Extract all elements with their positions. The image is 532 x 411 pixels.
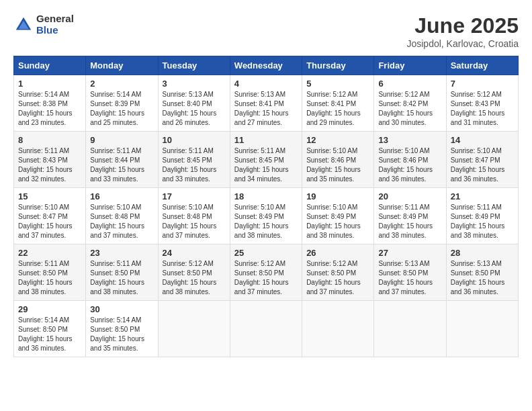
day-info: Sunrise: 5:14 AM Sunset: 8:39 PM Dayligh… [90,90,153,128]
day-number: 25 [234,248,298,258]
logo-icon [13,15,34,35]
calendar-cell: 30Sunrise: 5:14 AM Sunset: 8:50 PM Dayli… [86,301,158,357]
calendar-cell: 23Sunrise: 5:11 AM Sunset: 8:50 PM Dayli… [86,244,158,301]
day-info: Sunrise: 5:10 AM Sunset: 8:47 PM Dayligh… [451,146,514,184]
day-number: 14 [451,135,514,145]
calendar-title: June 2025 [406,13,519,38]
day-info: Sunrise: 5:12 AM Sunset: 8:50 PM Dayligh… [163,259,226,297]
calendar-cell: 3Sunrise: 5:13 AM Sunset: 8:40 PM Daylig… [158,75,230,132]
calendar-cell [446,301,518,357]
calendar-cell: 2Sunrise: 5:14 AM Sunset: 8:39 PM Daylig… [86,75,158,132]
header-row: Sunday Monday Tuesday Wednesday Thursday… [14,56,519,75]
day-number: 16 [90,191,153,201]
day-number: 2 [90,79,153,89]
calendar-cell: 6Sunrise: 5:12 AM Sunset: 8:42 PM Daylig… [374,75,446,132]
title-area: June 2025 Josipdol, Karlovac, Croatia [406,13,519,49]
calendar-cell [302,301,374,357]
calendar-cell: 14Sunrise: 5:10 AM Sunset: 8:47 PM Dayli… [446,132,518,188]
calendar-week-2: 8Sunrise: 5:11 AM Sunset: 8:43 PM Daylig… [14,132,519,188]
calendar-week-5: 29Sunrise: 5:14 AM Sunset: 8:50 PM Dayli… [14,301,519,357]
day-info: Sunrise: 5:10 AM Sunset: 8:49 PM Dayligh… [306,203,369,240]
day-info: Sunrise: 5:12 AM Sunset: 8:50 PM Dayligh… [234,259,298,297]
day-info: Sunrise: 5:13 AM Sunset: 8:40 PM Dayligh… [163,90,226,128]
calendar-cell: 19Sunrise: 5:10 AM Sunset: 8:49 PM Dayli… [302,188,374,244]
day-info: Sunrise: 5:14 AM Sunset: 8:38 PM Dayligh… [18,90,81,128]
day-info: Sunrise: 5:10 AM Sunset: 8:48 PM Dayligh… [90,203,153,240]
day-info: Sunrise: 5:13 AM Sunset: 8:41 PM Dayligh… [234,90,298,128]
day-number: 4 [234,79,298,89]
header-friday: Friday [374,56,446,75]
calendar-cell: 1Sunrise: 5:14 AM Sunset: 8:38 PM Daylig… [14,75,86,132]
day-info: Sunrise: 5:12 AM Sunset: 8:42 PM Dayligh… [378,90,441,128]
calendar-cell: 18Sunrise: 5:10 AM Sunset: 8:49 PM Dayli… [230,188,302,244]
day-number: 7 [451,79,514,89]
calendar-cell: 4Sunrise: 5:13 AM Sunset: 8:41 PM Daylig… [230,75,302,132]
day-info: Sunrise: 5:10 AM Sunset: 8:46 PM Dayligh… [306,146,369,184]
day-info: Sunrise: 5:12 AM Sunset: 8:50 PM Dayligh… [306,259,369,297]
day-number: 23 [90,248,153,258]
day-info: Sunrise: 5:14 AM Sunset: 8:50 PM Dayligh… [18,316,81,353]
day-info: Sunrise: 5:11 AM Sunset: 8:49 PM Dayligh… [378,203,441,240]
day-number: 30 [90,304,153,314]
day-number: 5 [306,79,369,89]
day-number: 15 [18,191,81,201]
header-monday: Monday [86,56,158,75]
day-number: 10 [163,135,226,145]
day-info: Sunrise: 5:13 AM Sunset: 8:50 PM Dayligh… [451,259,514,297]
calendar-cell: 15Sunrise: 5:10 AM Sunset: 8:47 PM Dayli… [14,188,86,244]
day-number: 1 [18,79,81,89]
calendar-cell: 13Sunrise: 5:10 AM Sunset: 8:46 PM Dayli… [374,132,446,188]
day-info: Sunrise: 5:14 AM Sunset: 8:50 PM Dayligh… [90,316,153,353]
day-number: 8 [18,135,81,145]
day-info: Sunrise: 5:10 AM Sunset: 8:47 PM Dayligh… [18,203,81,240]
day-number: 3 [163,79,226,89]
calendar-week-4: 22Sunrise: 5:11 AM Sunset: 8:50 PM Dayli… [14,244,519,301]
day-number: 11 [234,135,298,145]
day-info: Sunrise: 5:11 AM Sunset: 8:43 PM Dayligh… [18,146,81,184]
day-info: Sunrise: 5:10 AM Sunset: 8:46 PM Dayligh… [378,146,441,184]
calendar-table: Sunday Monday Tuesday Wednesday Thursday… [13,56,519,357]
logo-text: General Blue [36,13,74,36]
calendar-cell: 21Sunrise: 5:11 AM Sunset: 8:49 PM Dayli… [446,188,518,244]
calendar-cell [374,301,446,357]
header-saturday: Saturday [446,56,518,75]
calendar-cell: 7Sunrise: 5:12 AM Sunset: 8:43 PM Daylig… [446,75,518,132]
day-number: 29 [18,304,81,314]
header-sunday: Sunday [14,56,86,75]
header-tuesday: Tuesday [158,56,230,75]
day-number: 12 [306,135,369,145]
calendar-cell [230,301,302,357]
day-info: Sunrise: 5:11 AM Sunset: 8:50 PM Dayligh… [18,259,81,297]
calendar-cell: 28Sunrise: 5:13 AM Sunset: 8:50 PM Dayli… [446,244,518,301]
calendar-cell: 29Sunrise: 5:14 AM Sunset: 8:50 PM Dayli… [14,301,86,357]
header-thursday: Thursday [302,56,374,75]
day-info: Sunrise: 5:10 AM Sunset: 8:48 PM Dayligh… [163,203,226,240]
day-number: 22 [18,248,81,258]
calendar-cell: 11Sunrise: 5:11 AM Sunset: 8:45 PM Dayli… [230,132,302,188]
calendar-cell: 10Sunrise: 5:11 AM Sunset: 8:45 PM Dayli… [158,132,230,188]
header-wednesday: Wednesday [230,56,302,75]
day-number: 28 [451,248,514,258]
day-number: 26 [306,248,369,258]
logo: General Blue [13,13,74,36]
calendar-week-1: 1Sunrise: 5:14 AM Sunset: 8:38 PM Daylig… [14,75,519,132]
calendar-week-3: 15Sunrise: 5:10 AM Sunset: 8:47 PM Dayli… [14,188,519,244]
day-info: Sunrise: 5:10 AM Sunset: 8:49 PM Dayligh… [234,203,298,240]
calendar-cell [158,301,230,357]
day-info: Sunrise: 5:11 AM Sunset: 8:44 PM Dayligh… [90,146,153,184]
day-number: 21 [451,191,514,201]
calendar-cell: 5Sunrise: 5:12 AM Sunset: 8:41 PM Daylig… [302,75,374,132]
calendar-cell: 16Sunrise: 5:10 AM Sunset: 8:48 PM Dayli… [86,188,158,244]
calendar-cell: 12Sunrise: 5:10 AM Sunset: 8:46 PM Dayli… [302,132,374,188]
day-info: Sunrise: 5:12 AM Sunset: 8:41 PM Dayligh… [306,90,369,128]
calendar-cell: 8Sunrise: 5:11 AM Sunset: 8:43 PM Daylig… [14,132,86,188]
calendar-cell: 22Sunrise: 5:11 AM Sunset: 8:50 PM Dayli… [14,244,86,301]
calendar-header: General Blue June 2025 Josipdol, Karlova… [13,13,519,49]
day-info: Sunrise: 5:12 AM Sunset: 8:43 PM Dayligh… [451,90,514,128]
day-info: Sunrise: 5:13 AM Sunset: 8:50 PM Dayligh… [378,259,441,297]
day-number: 18 [234,191,298,201]
day-number: 13 [378,135,441,145]
day-number: 9 [90,135,153,145]
calendar-cell: 25Sunrise: 5:12 AM Sunset: 8:50 PM Dayli… [230,244,302,301]
day-number: 6 [378,79,441,89]
